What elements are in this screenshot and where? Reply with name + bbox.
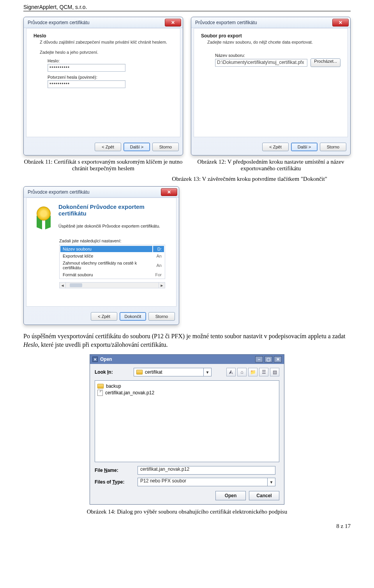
title: Průvodce exportem certifikátu xyxy=(28,20,90,25)
doc-header: SignerApplert, QCM, s.r.o. xyxy=(23,4,351,11)
lookin-label: Look In: xyxy=(95,369,130,375)
caption-14: Obrázek 14: Dialog pro výběr souboru obs… xyxy=(47,509,327,515)
details-view-button[interactable]: ▤ xyxy=(270,368,279,376)
cancel-button[interactable]: Storno xyxy=(152,143,179,151)
cancel-button[interactable]: Storno xyxy=(148,312,175,321)
next-button[interactable]: Další > xyxy=(291,143,318,151)
lookin-value: certifikat xyxy=(145,369,162,375)
dialog-footer: < Zpět Další > Storno xyxy=(191,139,350,155)
folder-icon xyxy=(136,370,143,374)
scroll-left-icon[interactable]: ◄ xyxy=(60,283,66,288)
chevron-down-icon[interactable]: ▼ xyxy=(267,478,275,486)
list-item-label: backup xyxy=(106,383,121,389)
dialog-footer: < Zpět Dokončit Storno xyxy=(24,309,179,325)
back-button[interactable]: < Zpět xyxy=(95,143,121,151)
folder-icon xyxy=(97,384,104,388)
dialog-body: Dokončení Průvodce exportem certifikátu … xyxy=(26,198,176,307)
open-button[interactable]: Open xyxy=(215,491,246,500)
dialog-body: Heslo Z důvodu zajištění zabezpečení mus… xyxy=(26,28,180,137)
paragraph: Po úspěšném vyexportování certifikátu do… xyxy=(23,332,351,349)
titlebar: ✕ Open – ▢ ✕ xyxy=(90,355,284,364)
settings-table: Název souboru D: Exportovat klíče An Zah… xyxy=(59,245,165,279)
up-folder-button[interactable]: ⮙ xyxy=(226,368,236,376)
dialogs-row: Průvodce exportem certifikátu ✕ Heslo Z … xyxy=(23,17,351,155)
list-item[interactable]: certifikat.jan_novak.p12 xyxy=(97,389,277,396)
password-label: Heslo: xyxy=(48,58,173,63)
list-item-label: certifikat.jan_novak.p12 xyxy=(105,390,154,396)
page-number: 8 z 17 xyxy=(23,523,351,530)
titlebar: Průvodce exportem certifikátu ✕ xyxy=(24,17,183,28)
export-wizard-complete-dialog: Průvodce exportem certifikátu ✕ Dokončen… xyxy=(23,186,179,325)
home-button[interactable]: ⌂ xyxy=(237,368,247,376)
completion-sub: Úspěšně jste dokončili Průvodce exportem… xyxy=(58,224,169,228)
table-row: Zahrnout všechny certifikáty na cestě k … xyxy=(60,260,164,271)
new-folder-icon: 📁 xyxy=(250,369,256,375)
filename-label: File Name: xyxy=(95,468,130,473)
back-button[interactable]: < Zpět xyxy=(91,312,117,321)
java-open-dialog: ✕ Open – ▢ ✕ Look In: certifikat ▼ ⮙ ⌂ 📁 xyxy=(90,354,284,505)
new-folder-button[interactable]: 📁 xyxy=(248,368,258,376)
dialog-title: Open xyxy=(100,357,112,362)
dialog-bottom: File Name: certifikat.jan_novak.p12 File… xyxy=(90,462,284,504)
close-button[interactable]: ✕ xyxy=(274,356,282,362)
maximize-button[interactable]: ▢ xyxy=(265,356,272,362)
list-view-icon: ☰ xyxy=(262,369,266,375)
table-row: Exportovat klíče An xyxy=(60,253,164,259)
chevron-down-icon[interactable]: ▼ xyxy=(203,368,211,376)
certificate-badge-icon xyxy=(34,206,54,229)
confirm-password-label: Potvrzení hesla (povinné): xyxy=(48,75,173,79)
titlebar: Průvodce exportem certifikátu ✕ xyxy=(191,17,350,28)
table-row: Formát souboru For xyxy=(60,272,164,278)
window-close-icon[interactable]: ✕ xyxy=(92,357,98,362)
file-icon xyxy=(97,390,103,396)
horizontal-scrollbar[interactable]: ◄ ► xyxy=(59,282,165,288)
titlebar: Průvodce exportem certifikátu ✕ xyxy=(24,187,179,198)
prompt: Zadejte heslo a jeho potvrzení. xyxy=(40,50,173,55)
lookin-combo[interactable]: certifikat ▼ xyxy=(134,368,212,376)
confirm-password-input[interactable]: •••••••••• xyxy=(48,80,125,88)
scroll-thumb[interactable] xyxy=(70,283,82,287)
close-icon: ✕ xyxy=(339,20,342,25)
title: Průvodce exportem certifikátu xyxy=(195,20,257,25)
up-folder-icon: ⮙ xyxy=(229,369,233,375)
close-button[interactable]: ✕ xyxy=(332,19,349,26)
close-button[interactable]: ✕ xyxy=(161,188,177,196)
list-view-button[interactable]: ☰ xyxy=(259,368,268,376)
close-button[interactable]: ✕ xyxy=(165,19,181,26)
caption-13: Obrázek 13: V závěrečném kroku potvrdíme… xyxy=(47,176,327,182)
next-button[interactable]: Další > xyxy=(123,143,150,151)
file-name-label: Název souboru: xyxy=(215,53,340,58)
settings-label: Zadali jste následující nastavení: xyxy=(59,238,169,243)
caption-11: Obrázek 11: Certifikát s exportovaným so… xyxy=(23,159,183,172)
dialog-body: Soubor pro export Zadejte název souboru,… xyxy=(194,28,348,137)
browse-button[interactable]: Procházet... xyxy=(310,58,340,67)
scroll-right-icon[interactable]: ► xyxy=(159,283,165,288)
heading: Heslo xyxy=(34,33,173,39)
filename-input[interactable]: certifikat.jan_novak.p12 xyxy=(138,466,275,475)
close-icon: ✕ xyxy=(167,189,171,195)
close-icon: ✕ xyxy=(171,20,175,25)
caption-12: Obrázek 12: V předposledním kroku nastav… xyxy=(191,159,351,172)
completion-title: Dokončení Průvodce exportem certifikátu xyxy=(58,203,169,217)
file-list[interactable]: backup certifikat.jan_novak.p12 xyxy=(95,380,279,462)
cancel-button[interactable]: Cancel xyxy=(249,491,279,500)
table-header-value: D: xyxy=(153,246,164,252)
password-input[interactable]: •••••••••• xyxy=(48,64,125,72)
minimize-button[interactable]: – xyxy=(255,356,263,362)
list-item[interactable]: backup xyxy=(97,383,277,389)
filetype-label: Files of Type: xyxy=(95,479,130,485)
subheading: Z důvodu zajištění zabezpečení musíte pr… xyxy=(40,40,173,44)
subheading: Zadejte název souboru, do nějž chcete da… xyxy=(207,40,340,44)
finish-button[interactable]: Dokončit xyxy=(120,312,146,321)
cancel-button[interactable]: Storno xyxy=(320,143,346,151)
toolbar: Look In: certifikat ▼ ⮙ ⌂ 📁 ☰ ▤ xyxy=(90,364,284,380)
home-icon: ⌂ xyxy=(240,369,243,375)
table-header-name: Název souboru xyxy=(60,246,152,252)
back-button[interactable]: < Zpět xyxy=(262,143,289,151)
export-wizard-password-dialog: Průvodce exportem certifikátu ✕ Heslo Z … xyxy=(23,17,183,155)
dialog-footer: < Zpět Další > Storno xyxy=(24,139,183,155)
filetype-select[interactable]: P12 nebo PFX soubor ▼ xyxy=(138,478,275,486)
title: Průvodce exportem certifikátu xyxy=(28,189,90,195)
details-view-icon: ▤ xyxy=(273,369,277,375)
file-name-input[interactable]: D:\Dokumenty\certifikaty\muj_certifikat.… xyxy=(215,59,307,67)
